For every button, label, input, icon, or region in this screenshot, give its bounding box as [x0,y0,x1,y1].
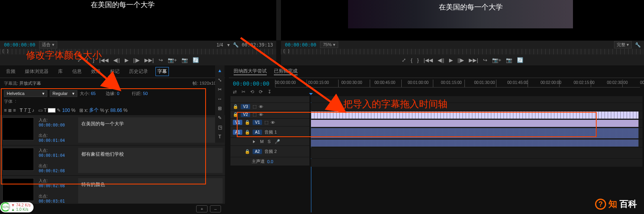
lock-icon[interactable]: 🔒 [245,130,250,135]
timeline-mode-icon-0[interactable]: ⇄ [233,89,237,95]
program-mini-ruler[interactable]: { } [281,49,644,54]
track-header-a1[interactable]: A1 🔒 A1 音频 1 [230,127,309,138]
mono-icon[interactable]: M [260,139,264,144]
lock-icon[interactable]: 🔒 [233,104,238,109]
caption-in-tc[interactable]: 00:00:01:04 [39,153,65,158]
stream-value[interactable]: 开放式字幕 [19,81,41,86]
size-value[interactable]: 65 [91,91,95,96]
caption-text[interactable]: 在美国的每一个大学 [78,117,223,143]
record-icon[interactable]: 🎤 [275,139,280,144]
sequence-tab-0[interactable]: 田纳西大学尝试 [234,68,267,75]
align-right-icon[interactable]: ≡ [13,108,16,113]
music-note-icon[interactable]: ♪ [32,108,34,113]
program-monitor-left[interactable]: 在美国的每一个大学 [0,0,276,40]
panel-tab-7[interactable]: 字幕 [155,67,169,76]
panel-tab-1[interactable]: 媒体浏览器 [23,67,51,76]
track-header-v3[interactable]: 🔒 V3 ⬚ 👁 [230,103,309,110]
fx-icon[interactable]: ⬚ [253,104,256,109]
subtitle-clip[interactable] [311,112,638,119]
program-timecode[interactable]: 00:00:00:00 [281,42,320,48]
program-monitor-right[interactable]: 在美国的每一个大学 [281,0,644,40]
lock-icon[interactable]: 🔒 [245,120,250,125]
transport-button-1[interactable]: { [86,57,88,63]
transport-button-8[interactable]: ↪ [483,57,487,63]
bold-icon[interactable]: T [20,108,22,113]
tool-6[interactable]: ◳ [217,125,223,131]
track-lanes[interactable] [311,96,642,212]
panel-tab-0[interactable]: 音频 [4,67,17,76]
audio-clip-1[interactable] [311,128,638,138]
lane-a1-ext[interactable] [311,139,642,147]
caption-item[interactable]: 入点: 00:00:01:04 出点: 00:00:02:08 都有象征着他们学… [0,145,225,176]
transport-button-4[interactable]: ◀|| [438,57,444,63]
lane-a2[interactable] [311,147,642,158]
master-value[interactable]: 0.0 [267,159,273,164]
visibility-icon[interactable]: 👁 [271,120,275,125]
transport-button-2[interactable]: } [417,57,419,63]
timeline-mode-icon-4[interactable]: ↧ [268,89,271,95]
transport-button-4[interactable]: ◀|| [113,57,120,63]
fx-icon[interactable]: ⬚ [264,120,268,125]
program-zoom-dropdown[interactable]: 75% ▾ [320,41,338,48]
timeline-mode-icon-1[interactable]: ✂ [242,89,245,95]
tool-2[interactable]: ✂ [217,87,223,93]
track-header-v2[interactable]: 🔒 V2 ⬚ 👁 [230,111,309,118]
italic-icon[interactable]: T [24,108,26,113]
caption-out-tc[interactable]: 00:00:01:04 [39,138,65,143]
timeline-mode-icon-2[interactable]: ⟲ [250,89,254,95]
anchor-grid-icon[interactable]: ⊞ [79,108,83,113]
transport-button-10[interactable]: 📷 [506,57,512,63]
mute-icon[interactable]: 🕨 [252,139,256,144]
fill-T-icon[interactable]: T [44,108,47,113]
caption-out-tc[interactable]: 00:00:03:01 [39,199,65,203]
transport-button-6[interactable]: ||▶ [133,57,140,63]
panel-tab-4[interactable]: 效果 [89,67,103,76]
caption-in-tc[interactable]: 00:00:02:08 [39,184,65,188]
caption-out-tc[interactable]: 00:00:02:08 [39,169,65,173]
align-left-icon[interactable]: ≡ [4,108,7,113]
source-fit-dropdown[interactable]: 适合 ▾ [39,41,57,48]
leading-value[interactable]: 50 [143,91,148,96]
sequence-tab-1[interactable]: 已剪辑完成 [274,68,298,75]
track-header-a2[interactable]: 🔒 A2 音频 2 [230,146,309,157]
source-mini-ruler[interactable]: { } [0,49,276,54]
fill-rect-icon[interactable]: ▭ [38,108,43,113]
transport-button-7[interactable]: ▶▶| [144,57,154,63]
transport-button-11[interactable]: 🔄 [517,57,523,63]
visibility-icon[interactable]: 👁 [259,104,263,109]
solo-icon[interactable]: S [268,139,270,144]
panel-tab-2[interactable]: 库 [56,67,65,76]
underline-icon[interactable]: T [28,108,31,113]
program-quality-dropdown[interactable]: 完整 ▾ [614,41,632,48]
transport-button-7[interactable]: ▶▶| [469,57,478,63]
panel-tab-5[interactable]: 标记 [108,67,122,76]
caption-text[interactable]: 都有象征着他们学校 [78,148,223,173]
tool-4[interactable]: ⊞ [217,106,223,112]
caption-item[interactable]: 入点: 00:00:02:08 出点: 00:00:03:01 特有的颜色 [0,176,225,204]
visibility-icon[interactable]: 👁 [259,112,263,117]
video-clip[interactable] [311,120,638,127]
fill-color-swatch[interactable] [48,108,56,113]
add-caption-button[interactable]: + [196,205,207,212]
transport-button-3[interactable]: |◀◀ [423,57,432,63]
timeline-timecode[interactable]: 00:00:00:00 [233,80,270,87]
transport-button-11[interactable]: 🔄 [193,57,199,63]
lock-icon[interactable]: 🔒 [233,112,238,117]
tool-0[interactable]: ▲ [217,68,223,74]
lane-v3[interactable] [311,103,642,111]
audio-clip-1b[interactable] [311,140,638,147]
transport-button-10[interactable]: 📷 [182,57,188,63]
eyedropper-icon[interactable]: ✎ [57,108,61,113]
opacity-value[interactable]: 100 [62,108,70,113]
transport-button-0[interactable]: ⤢ [402,57,406,63]
source-zoom-fraction[interactable]: 1/4 [217,42,223,48]
transport-button-5[interactable]: ▶ [125,57,129,63]
font-style-dropdown[interactable]: Regular▾ [50,90,77,97]
timeline-ruler[interactable]: 00:00:00:0000:00:15:0000:00:30:0000:00:4… [275,80,640,87]
fx-icon[interactable]: ⬚ [253,112,256,117]
caption-in-tc[interactable]: 00:00:00:00 [39,123,65,127]
transport-button-0[interactable]: ⤢ [77,57,82,63]
tool-5[interactable]: ✎ [217,115,223,121]
y-value[interactable]: 88.66 [110,108,122,113]
font-family-dropdown[interactable]: Helvetica▾ [4,90,47,97]
